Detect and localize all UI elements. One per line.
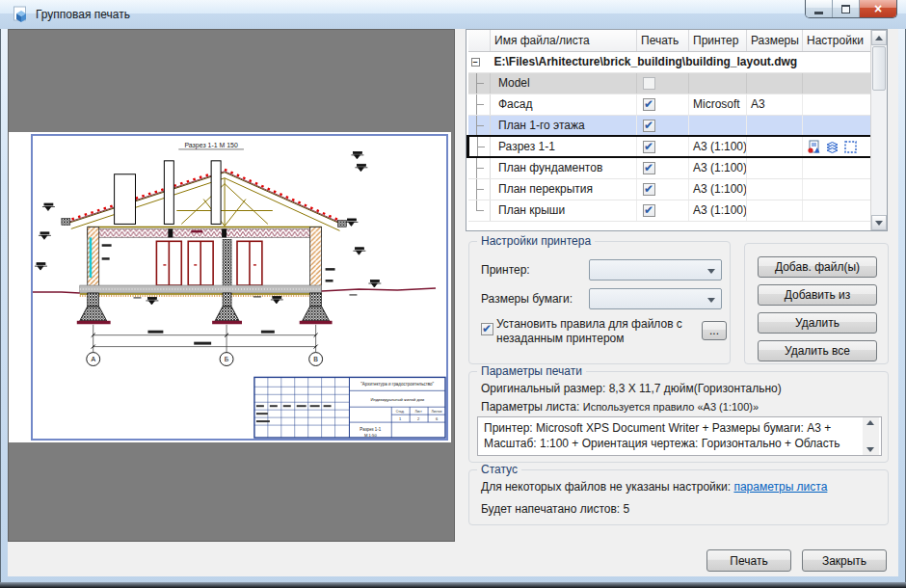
maximize-icon[interactable] [833, 0, 860, 17]
rules-checkbox-label: Установить правила для файлов с незаданн… [496, 317, 689, 346]
batch-print-dialog: Групповая печать × [0, 0, 906, 588]
col-size[interactable]: Размеры [747, 30, 803, 51]
print-checkbox[interactable] [643, 162, 655, 174]
stamp-org: "Архитектура и градостроительство" [360, 382, 434, 387]
table-row[interactable]: План 1-го этажа [468, 115, 873, 136]
print-checkbox[interactable] [643, 204, 655, 217]
sheet-params-line: Параметры листа: Используется правило «А… [481, 400, 759, 414]
table-row-current[interactable]: Разрез 1-1 А3 (1:100) [468, 136, 873, 157]
svg-text:Лист: Лист [414, 410, 422, 414]
add-from-button[interactable]: Добавить из [758, 284, 877, 306]
col-selector[interactable] [468, 30, 491, 51]
title-block: "Архитектура и градостроительство" Индив… [254, 377, 445, 438]
scroll-down-icon[interactable] [871, 215, 887, 230]
print-checkbox[interactable] [643, 183, 655, 196]
status-group: Статус Для некоторых файлов не указаны н… [468, 469, 889, 525]
print-checkbox[interactable] [643, 77, 655, 90]
table-scrollbar[interactable] [870, 30, 887, 230]
title-bar[interactable]: Групповая печать × [0, 0, 906, 29]
print-params-group: Параметры печати Оригинальный размер: 8,… [468, 371, 889, 463]
app-icon [13, 6, 30, 23]
axis-label: Б [225, 356, 229, 362]
print-button[interactable]: Печать [706, 549, 791, 572]
scrollbar-thumb[interactable] [872, 46, 886, 91]
close-icon[interactable]: × [860, 0, 896, 17]
original-size-line: Оригинальный размер: 8,3 X 11,7 дюйм(Гор… [481, 382, 782, 395]
rules-more-button[interactable]: ... [702, 321, 727, 340]
printer-settings-group: Настройки принтера Принтер: Размеры бума… [468, 241, 731, 364]
print-checkbox[interactable] [643, 98, 655, 111]
table-header-row: Имя файла/листа Печать Принтер Размеры Н… [468, 30, 873, 51]
table-row[interactable]: План фундаментов А3 (1:100) [468, 157, 873, 178]
col-printer[interactable]: Принтер [689, 30, 747, 51]
print-details-box[interactable]: Принтер: Microsoft XPS Document Writer +… [477, 416, 882, 456]
plot-settings-icon[interactable] [807, 140, 821, 154]
col-name[interactable]: Имя файла/листа [491, 30, 637, 51]
table-row[interactable]: План перекрытия А3 (1:100) [468, 178, 873, 200]
scroll-up-icon[interactable] [871, 30, 887, 45]
add-files-button[interactable]: Добав. файл(ы) [758, 256, 877, 278]
file-actions-group: Добав. файл(ы) Добавить из Удалить Удали… [744, 243, 889, 364]
printer-select[interactable] [589, 259, 722, 281]
svg-text:Листов: Листов [432, 410, 442, 414]
sheets-count: Будет напечатано листов: 5 [481, 502, 629, 516]
scroll-down-icon [866, 447, 874, 452]
axis-label: А [91, 356, 95, 362]
remove-all-button[interactable]: Удалить все [758, 340, 877, 361]
paper-size-label: Размеры бумаги: [481, 292, 573, 306]
col-print[interactable]: Печать [637, 30, 689, 51]
svg-text:Стад.: Стад. [396, 410, 405, 414]
drawing-title: Разрез 1-1 М 150 [184, 142, 238, 149]
stamp-sheet-name: Разрез 1-1 [360, 427, 381, 432]
print-preview-panel: Разрез 1-1 М 150 [8, 29, 455, 542]
remove-button[interactable]: Удалить [758, 312, 877, 334]
preview-sheet: Разрез 1-1 М 150 [31, 134, 448, 441]
window-title: Групповая печать [36, 8, 130, 21]
table-row[interactable]: Model [468, 72, 873, 94]
collapse-expander-icon[interactable]: – [471, 58, 480, 67]
selection-area-icon[interactable] [843, 140, 858, 154]
print-checkbox[interactable] [643, 141, 655, 153]
printer-label: Принтер: [481, 263, 530, 277]
group-title: Настройки принтера [477, 234, 595, 248]
paper-size-select[interactable] [589, 288, 722, 309]
col-settings[interactable]: Настройки [803, 30, 873, 51]
sheets-table: Имя файла/листа Печать Принтер Размеры Н… [466, 29, 888, 231]
close-button[interactable]: Закрыть [802, 549, 887, 572]
sheet-params-link[interactable]: параметры листа [733, 480, 827, 494]
rules-checkbox[interactable] [481, 323, 493, 335]
file-path: E:\Files\Arhitecture\brick_building\buil… [491, 51, 873, 72]
table-row[interactable]: План крыши А3 (1:100) [468, 200, 873, 221]
section-drawing: Разрез 1-1 М 150 [33, 136, 446, 439]
scroll-up-icon [866, 420, 874, 425]
minimize-icon[interactable] [806, 0, 833, 17]
window-shadow [0, 582, 906, 588]
svg-text:2: 2 [417, 416, 419, 421]
file-group-row[interactable]: – E:\Files\Arhitecture\brick_building\bu… [468, 51, 873, 72]
print-checkbox[interactable] [643, 120, 655, 132]
axis-label: В [313, 356, 318, 362]
group-title: Статус [477, 463, 521, 476]
status-message: Для некоторых файлов не указаны настройк… [481, 480, 827, 494]
layers-icon[interactable] [825, 140, 839, 154]
details-scrollbar[interactable] [863, 417, 879, 455]
stamp-scale: М 1:50 [364, 433, 377, 438]
group-title: Параметры печати [477, 364, 586, 378]
stamp-object: Индивидуальный жилой дом [370, 397, 424, 402]
table-row[interactable]: Фасад Microsoft А3 [468, 94, 873, 115]
